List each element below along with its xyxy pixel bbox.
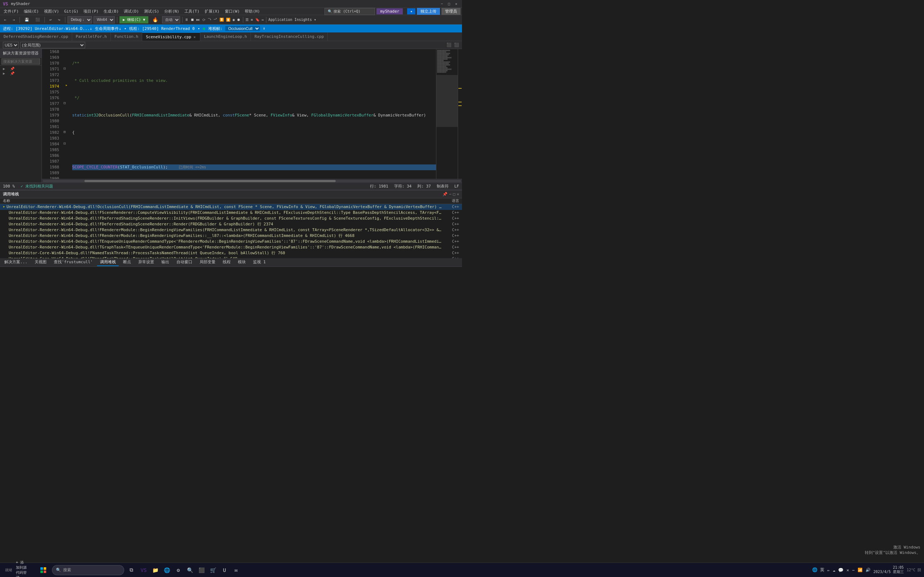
menu-view[interactable]: 视图(V) [42, 8, 61, 15]
stack-frame-select[interactable]: OcclusionCull [225, 26, 260, 31]
scope-select[interactable]: UE5 [3, 42, 19, 48]
stack-name-5: UnrealEditor-Renderer-Win64-Debug.dll!FR… [9, 233, 443, 239]
panel-close-button[interactable]: ✕ [457, 192, 459, 197]
menu-window[interactable]: 窗口(W) [223, 8, 242, 15]
tab-deferred-label: DeferredShadingRenderer.cpp [3, 34, 68, 39]
minimize-button[interactable]: − [439, 1, 445, 7]
stack-row-8[interactable]: UnrealEditor-Core-Win64-Debug.dll!FNamed… [0, 250, 462, 256]
back-button[interactable]: ← [2, 16, 9, 23]
minimap: ████████████████████ ██████████████ ████… [436, 49, 458, 179]
horizontal-scrollbar[interactable] [42, 179, 462, 182]
stack-row-9[interactable]: UnrealEditor-Core-Win64-Debug.dll!FNamed… [0, 256, 462, 258]
forward-button[interactable]: → [10, 16, 17, 23]
menu-test[interactable]: 测试(S) [142, 8, 162, 15]
panel-tabs-bar: 解决方案... 关视图 查找'frustumcull' 调用堆栈 断点 异常设置… [0, 258, 462, 267]
stack-row-3[interactable]: UnrealEditor-Renderer-Win64-Debug.dll!FD… [0, 221, 462, 227]
line-label[interactable]: 线程: [29540] RenderThread 0 [129, 26, 195, 31]
stack-expand-icon[interactable]: ⬇ [263, 26, 265, 31]
panel-tab-watch[interactable]: 监视 1 [250, 259, 268, 266]
search-box[interactable]: 🔍 搜索 (Ctrl+Q) [325, 8, 375, 15]
tab-raytracing[interactable]: RayTracingInstanceCulling.cpp [251, 32, 328, 41]
tab-scenevisibility[interactable]: SceneVisibility.cpp ✕ [142, 32, 200, 41]
panel-tab-find[interactable]: 查找'frustumcull' [51, 259, 96, 266]
menu-extend[interactable]: 扩展(X) [202, 8, 222, 15]
stack-row-1[interactable]: UnrealEditor-Renderer-Win64-Debug.dll!FS… [0, 210, 462, 216]
menu-analyze[interactable]: 分析(N) [162, 8, 181, 15]
stop-button[interactable]: 🔥 [150, 16, 161, 23]
editor-content[interactable]: 1968 1969 1970 1971 1972 1973 1974 1975 … [42, 49, 462, 179]
menu-project[interactable]: 项目(P) [81, 8, 101, 15]
menu-tools[interactable]: 工具(T) [182, 8, 202, 15]
close-button[interactable]: ✕ [453, 1, 459, 7]
save-button[interactable]: 💾 [22, 16, 31, 23]
tab-scenevisibility-label: SceneVisibility.cpp [146, 35, 191, 39]
panel-float-button[interactable]: □ [453, 192, 456, 197]
panel-tab-locals[interactable]: 局部变量 [197, 259, 218, 266]
stack-row-6[interactable]: UnrealEditor-Renderer-Win64-Debug.dll!TE… [0, 239, 462, 245]
stack-lang-7: C++ [445, 245, 459, 250]
collapse-icon-1977[interactable]: ⊟ [63, 101, 69, 107]
menu-debug[interactable]: 调试(D) [122, 8, 141, 15]
menu-edit[interactable]: 编辑(E) [22, 8, 41, 15]
progress-bar: 进程: [39292] UnrealEditor-Win64-D...↓ 生命周… [0, 24, 462, 32]
breadcrumb-right-icons: ⬛ ⬛ [446, 43, 459, 47]
panel-tab-solution[interactable]: 解决方案... [2, 259, 30, 266]
no-errors-indicator: ✓ 未找到相关问题 [21, 184, 53, 189]
collapse-icon-1984[interactable]: ⊟ [63, 141, 69, 147]
sidebar-search [0, 58, 42, 66]
stack-name-8: UnrealEditor-Core-Win64-Debug.dll!FNamed… [9, 250, 443, 256]
tab-scenevisibility-close[interactable]: ✕ [193, 35, 196, 39]
redo-button[interactable]: ↪ [56, 16, 63, 23]
window-controls: − □ ✕ [439, 1, 459, 7]
panel-tab-callstack[interactable]: 调用堆栈 [97, 259, 119, 266]
upload-button[interactable]: 独立上传 [417, 8, 440, 15]
process-text[interactable]: 进程: [39292] UnrealEditor-Win64-D...↓ [3, 26, 92, 31]
panel-tab-exceptions[interactable]: 异常设置 [135, 259, 157, 266]
code-content[interactable]: /** * Cull occluded primitives in the vi… [69, 49, 436, 179]
sidebar-item-1[interactable]: ▶ 📌 [2, 66, 40, 71]
collapse-icon-1982[interactable]: ⊞ [63, 130, 69, 135]
collapse-icon-1971[interactable]: ⊟ [63, 66, 69, 72]
mode-select[interactable]: 自动 [162, 16, 180, 23]
zoom-level[interactable]: 100 % [3, 184, 15, 189]
stack-row-2[interactable]: UnrealEditor-Renderer-Win64-Debug.dll!FD… [0, 216, 462, 221]
debug-config-select[interactable]: Debug ↓ [68, 16, 92, 23]
panel-pin-button[interactable]: 📌 [443, 192, 447, 197]
continue-button[interactable]: ▶ 继续(C) ▼ [120, 16, 149, 23]
lifecycle-label[interactable]: 生命周期事件↓ [95, 26, 121, 31]
save-all-button[interactable]: ⬛ [33, 16, 42, 23]
stack-row-4[interactable]: UnrealEditor-Renderer-Win64-Debug.dll!FR… [0, 227, 462, 233]
sidebar-item-2[interactable]: ▶ 📌 [2, 71, 40, 76]
menu-help[interactable]: 帮助(H) [242, 8, 262, 15]
scroll-track[interactable] [43, 180, 461, 182]
copilot-icon[interactable]: ✦ [407, 8, 415, 15]
platform-select[interactable]: Win64 [94, 16, 115, 23]
menu-git[interactable]: Git(G) [62, 8, 81, 15]
tab-parallelfor[interactable]: ParallelFor.h [72, 32, 111, 41]
tab-launchengine[interactable]: LaunchEngineLoop.h [200, 32, 251, 41]
panel-tab-threads[interactable]: 线程 [220, 259, 234, 266]
restore-button[interactable]: □ [446, 1, 452, 7]
menu-build[interactable]: 生成(B) [102, 8, 121, 15]
stack-lang-8: C++ [445, 250, 459, 256]
user-profile-button[interactable]: myShader [376, 8, 403, 15]
stack-row-7[interactable]: UnrealEditor-Renderer-Win64-Debug.dll!TG… [0, 245, 462, 250]
app-insights[interactable]: Application Insights ▾ [268, 18, 316, 22]
panel-collapse-button[interactable]: − [449, 192, 452, 197]
tab-function[interactable]: Function.h [111, 32, 142, 41]
stack-row-0[interactable]: ➤ UnrealEditor-Renderer-Win64-Debug.dll!… [0, 204, 462, 210]
panel-tab-autowindow[interactable]: 自动窗口 [174, 259, 195, 266]
scroll-thumb[interactable] [84, 180, 336, 182]
panel-tab-mapview[interactable]: 关视图 [32, 259, 50, 266]
tab-deferred[interactable]: DeferredShadingRenderer.cpp [0, 32, 72, 41]
panel-tab-breakpoints[interactable]: 断点 [120, 259, 134, 266]
panel-tab-output[interactable]: 输出 [158, 259, 172, 266]
global-scope-select[interactable]: (全局范围) [20, 42, 85, 48]
panel-tab-modules[interactable]: 模块 [235, 259, 249, 266]
sidebar-search-input[interactable] [2, 58, 40, 64]
menu-file[interactable]: 文件(F) [2, 8, 21, 15]
manage-button[interactable]: 管理员 [441, 8, 460, 15]
undo-button[interactable]: ↩ [47, 16, 54, 23]
title-bar-left: VS myShader [3, 2, 30, 6]
stack-row-5[interactable]: UnrealEditor-Renderer-Win64-Debug.dll!FR… [0, 233, 462, 239]
